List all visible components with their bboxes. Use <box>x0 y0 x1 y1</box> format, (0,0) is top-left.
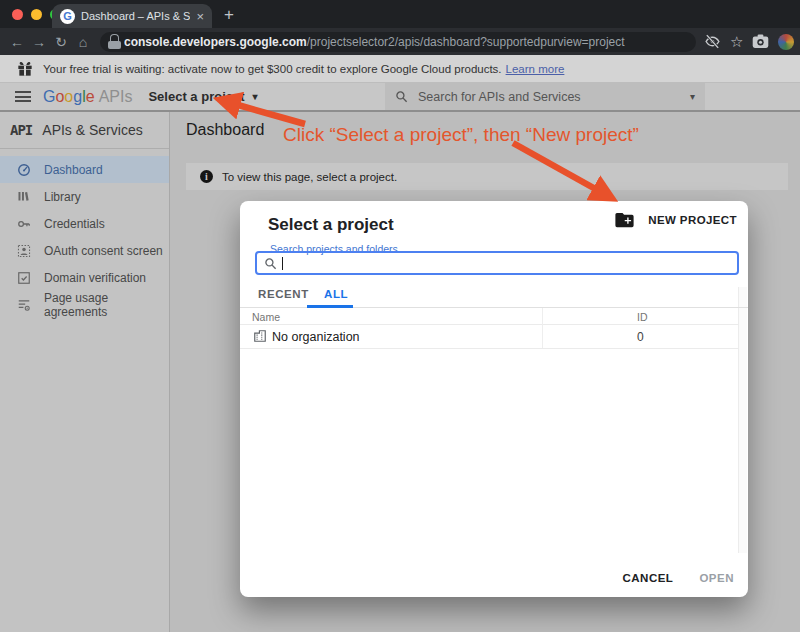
search-chevron-down-icon[interactable]: ▾ <box>690 91 695 102</box>
sidebar-header: API APIs & Services <box>0 112 169 149</box>
page-url: console.developers.google.com/projectsel… <box>124 35 625 49</box>
close-window-button[interactable] <box>12 9 23 20</box>
sidebar: API APIs & Services Dashboard Library Cr… <box>0 112 170 632</box>
project-search-field[interactable] <box>255 251 739 275</box>
info-icon: i <box>200 170 213 183</box>
profile-avatar[interactable] <box>778 34 794 50</box>
column-header-name: Name <box>252 311 280 323</box>
banner-text: Your free trial is waiting: activate now… <box>43 63 502 75</box>
consent-screen-icon <box>17 244 31 258</box>
learn-more-link[interactable]: Learn more <box>506 63 565 75</box>
sidebar-item-label: Page usage agreements <box>44 291 169 319</box>
sidebar-product-label: APIs & Services <box>42 122 142 138</box>
sidebar-item-label: Dashboard <box>44 163 103 177</box>
project-name: No organization <box>272 330 360 344</box>
new-project-folder-icon <box>615 212 634 228</box>
search-input[interactable] <box>418 90 680 104</box>
dialog-tabs: RECENT ALL <box>240 285 748 308</box>
eye-off-icon[interactable] <box>704 33 721 50</box>
console-topnav: Google APIs Select a project ▾ ▾ <box>0 83 800 112</box>
bookmark-star-icon[interactable]: ☆ <box>730 33 743 51</box>
projects-table-header: Name ID <box>240 308 739 325</box>
domain-verification-icon <box>17 271 31 285</box>
select-project-dialog: Select a project NEW PROJECT Search proj… <box>240 201 748 597</box>
column-header-id: ID <box>637 311 648 323</box>
tab-close-icon[interactable]: × <box>196 10 204 23</box>
new-project-button[interactable]: NEW PROJECT <box>615 212 737 228</box>
address-bar[interactable]: console.developers.google.com/projectsel… <box>100 32 696 52</box>
tab-recent[interactable]: RECENT <box>258 288 309 300</box>
tab-title: Dashboard – APIs & Services – <box>81 10 190 22</box>
free-trial-banner: Your free trial is waiting: activate now… <box>0 55 800 83</box>
cancel-button[interactable]: CANCEL <box>622 572 673 584</box>
sidebar-item-dashboard[interactable]: Dashboard <box>0 156 169 183</box>
organization-icon <box>253 329 267 343</box>
text-cursor <box>282 257 283 270</box>
dialog-scrollbar-track[interactable] <box>738 287 747 553</box>
api-product-icon: API <box>10 122 32 138</box>
new-tab-button[interactable]: + <box>224 5 234 25</box>
page-title: Dashboard <box>186 121 264 139</box>
sidebar-item-label: Credentials <box>44 217 105 231</box>
browser-toolbar: ← → ↻ ⌂ console.developers.google.com/pr… <box>0 28 800 55</box>
dashboard-icon <box>17 163 31 177</box>
sidebar-item-oauth-consent-screen[interactable]: OAuth consent screen <box>0 237 169 264</box>
search-icon <box>264 257 277 270</box>
apis-logo-suffix: APIs <box>99 88 133 106</box>
browser-tab[interactable]: G Dashboard – APIs & Services – × <box>52 4 212 28</box>
menu-icon[interactable] <box>15 91 31 102</box>
back-icon[interactable]: ← <box>6 34 28 50</box>
tab-favicon-icon: G <box>60 9 75 24</box>
sidebar-item-label: Library <box>44 190 81 204</box>
open-button[interactable]: OPEN <box>699 572 734 584</box>
minimize-window-button[interactable] <box>31 9 42 20</box>
notice-text: To view this page, select a project. <box>222 171 397 183</box>
refresh-icon[interactable]: ↻ <box>50 34 72 50</box>
sidebar-item-domain-verification[interactable]: Domain verification <box>0 264 169 291</box>
lock-icon <box>110 34 119 43</box>
sidebar-item-page-usage-agreements[interactable]: Page usage agreements <box>0 291 169 318</box>
dialog-title: Select a project <box>268 215 394 235</box>
project-selector-button[interactable]: Select a project ▾ <box>148 89 257 104</box>
table-row-no-organization[interactable]: No organization 0 <box>240 325 739 349</box>
extension-camera-icon[interactable] <box>752 34 769 49</box>
annotation-text: Click “Select a project”, then “New proj… <box>283 124 639 146</box>
search-icon <box>395 90 408 103</box>
library-icon <box>17 190 31 204</box>
sidebar-item-label: Domain verification <box>44 271 146 285</box>
sidebar-item-library[interactable]: Library <box>0 183 169 210</box>
apis-search-bar[interactable]: ▾ <box>385 83 705 110</box>
project-id: 0 <box>637 330 644 344</box>
forward-icon[interactable]: → <box>28 34 50 50</box>
home-icon[interactable]: ⌂ <box>72 34 94 50</box>
browser-tabstrip: G Dashboard – APIs & Services – × + <box>0 0 800 28</box>
chevron-down-icon: ▾ <box>253 91 258 102</box>
google-logo[interactable]: Google <box>43 88 95 106</box>
sidebar-item-credentials[interactable]: Credentials <box>0 210 169 237</box>
page-usage-agreements-icon <box>17 298 31 312</box>
new-project-label: NEW PROJECT <box>648 214 737 226</box>
sidebar-item-label: OAuth consent screen <box>44 244 163 258</box>
gift-icon <box>17 61 33 77</box>
key-icon <box>17 217 31 231</box>
select-project-notice: i To view this page, select a project. <box>186 163 788 190</box>
tab-all[interactable]: ALL <box>324 288 348 300</box>
